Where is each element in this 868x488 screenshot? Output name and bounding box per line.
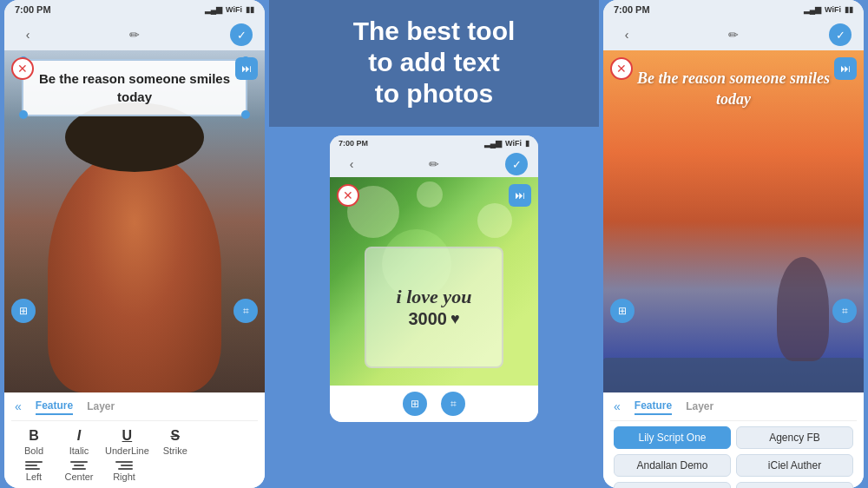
font-bamboo[interactable]: Bamboo bbox=[614, 482, 731, 488]
left-align-row: Left Center Right bbox=[11, 459, 258, 484]
left-crop-button[interactable]: ⌗ bbox=[233, 299, 258, 323]
right-status-bar: 7:00 PM ▂▄▆ WiFi ▮▮ bbox=[603, 0, 864, 19]
center-status-icons: ▂▄▆ WiFi ▮ bbox=[484, 139, 529, 148]
bold-label: Bold bbox=[24, 445, 43, 456]
drag-handle-bottom-right[interactable] bbox=[241, 110, 250, 119]
right-battery-icon: ▮▮ bbox=[845, 5, 853, 14]
right-signal-icon: ▂▄▆ bbox=[804, 5, 821, 14]
right-status-icons: ▂▄▆ WiFi ▮▮ bbox=[804, 5, 853, 14]
bold-icon: B bbox=[29, 428, 39, 444]
font-iciel[interactable]: iCiel Auther bbox=[736, 454, 853, 477]
left-status-icons: ▂▄▆ WiFi ▮▮ bbox=[205, 5, 254, 14]
align-right-button[interactable]: Right bbox=[105, 461, 143, 482]
right-close-button[interactable]: ✕ bbox=[610, 57, 633, 80]
left-layer-tab[interactable]: Layer bbox=[87, 399, 115, 414]
align-left-icon bbox=[25, 461, 43, 470]
align-left-button[interactable]: Left bbox=[15, 461, 53, 482]
font-birthday[interactable]: Birthday Boy bbox=[736, 482, 853, 488]
align-center-label: Center bbox=[64, 472, 93, 482]
right-photo-area: ✕ ⏭ Be the reason someone smiles today ⊞… bbox=[603, 50, 864, 392]
right-bottom-toolbar: « Feature Layer Lily Script One Agency F… bbox=[603, 392, 864, 488]
left-status-bar: 7:00 PM ▂▄▆ WiFi ▮▮ bbox=[4, 0, 265, 19]
right-wifi-icon: WiFi bbox=[825, 5, 841, 14]
hero-text: The best tool to add text to photos bbox=[286, 16, 582, 109]
heart-icon: ♥ bbox=[450, 310, 460, 328]
signal-icon: ▂▄▆ bbox=[205, 5, 222, 14]
center-back-button[interactable]: ‹ bbox=[340, 153, 363, 175]
right-tabs: « Feature Layer bbox=[610, 398, 857, 421]
center-edit-button[interactable]: ✏ bbox=[423, 153, 445, 175]
left-quote-text: Be the reason someone smiles today bbox=[36, 69, 233, 106]
right-layers-button[interactable]: ⊞ bbox=[610, 299, 635, 323]
strike-button[interactable]: S Strike bbox=[156, 428, 194, 456]
right-text-overlay[interactable]: Be the reason someone smiles today bbox=[617, 59, 850, 119]
battery-icon: ▮▮ bbox=[246, 5, 254, 14]
italic-button[interactable]: I Italic bbox=[60, 428, 98, 456]
right-font-grid: Lily Script One Agency FB Andallan Demo … bbox=[610, 421, 857, 488]
right-phone: 7:00 PM ▂▄▆ WiFi ▮▮ ‹ ✏ ✓ ✕ ⏭ Be the rea… bbox=[603, 0, 864, 488]
right-back-button[interactable]: ‹ bbox=[615, 23, 638, 46]
left-photo-area: ✕ ⏭ Be the reason someone smiles today ⊞… bbox=[4, 50, 265, 392]
right-edit-button[interactable]: ✏ bbox=[722, 23, 745, 46]
love-sub: 3000 ♥ bbox=[408, 309, 459, 329]
right-layer-tab[interactable]: Layer bbox=[686, 399, 713, 414]
right-chevron[interactable]: « bbox=[614, 399, 621, 413]
left-bottom-toolbar: « Feature Layer B Bold I Italic U UnderL… bbox=[4, 392, 265, 488]
center-signal-icon: ▂▄▆ bbox=[484, 139, 502, 148]
align-center-icon bbox=[70, 461, 88, 470]
right-confirm-button[interactable]: ✓ bbox=[829, 23, 852, 46]
love-text: i love you bbox=[397, 286, 472, 308]
center-phone: 7:00 PM ▂▄▆ WiFi ▮ ‹ ✏ ✓ ✕ ⏭ bbox=[330, 135, 538, 422]
center-confirm-button[interactable]: ✓ bbox=[505, 153, 528, 175]
left-close-button[interactable]: ✕ bbox=[11, 57, 34, 80]
left-text-overlay[interactable]: Be the reason someone smiles today bbox=[22, 59, 247, 116]
bold-button[interactable]: B Bold bbox=[15, 428, 53, 456]
center-top-bar: ‹ ✏ ✓ bbox=[330, 151, 538, 177]
right-time: 7:00 PM bbox=[614, 4, 650, 15]
align-right-icon bbox=[115, 461, 133, 470]
love-art-overlay[interactable]: i love you 3000 ♥ bbox=[365, 247, 503, 368]
strike-icon: S bbox=[170, 428, 180, 444]
right-feature-tab[interactable]: Feature bbox=[635, 398, 672, 415]
left-time: 7:00 PM bbox=[15, 4, 51, 15]
bokeh-4 bbox=[417, 181, 443, 208]
italic-label: Italic bbox=[69, 445, 89, 456]
center-bottom-bar: ⊞ ⌗ bbox=[330, 386, 538, 422]
wifi-icon: WiFi bbox=[226, 5, 242, 14]
font-andallan[interactable]: Andallan Demo bbox=[614, 454, 731, 477]
center-crop-button[interactable]: ⌗ bbox=[441, 392, 465, 416]
right-top-toolbar: ‹ ✏ ✓ bbox=[603, 19, 864, 50]
center-close-button[interactable]: ✕ bbox=[337, 184, 359, 207]
center-battery-icon: ▮ bbox=[525, 139, 529, 148]
underline-label: UnderLine bbox=[105, 445, 149, 456]
hero-block: The best tool to add text to photos bbox=[269, 0, 599, 127]
left-edit-button[interactable]: ✏ bbox=[123, 23, 146, 46]
center-photo-area: ✕ ⏭ i love you 3000 ♥ bbox=[330, 177, 538, 386]
align-center-button[interactable]: Center bbox=[60, 461, 98, 482]
dancer-silhouette bbox=[777, 257, 829, 361]
left-tabs: « Feature Layer bbox=[11, 398, 258, 421]
center-time: 7:00 PM bbox=[339, 139, 368, 148]
align-right-label: Right bbox=[113, 472, 135, 482]
left-layers-button[interactable]: ⊞ bbox=[11, 299, 36, 323]
align-left-label: Left bbox=[26, 472, 42, 482]
right-next-button[interactable]: ⏭ bbox=[834, 57, 857, 80]
underline-button[interactable]: U UnderLine bbox=[105, 428, 149, 456]
drag-handle-bottom-left[interactable] bbox=[19, 110, 28, 119]
font-agency-fb[interactable]: Agency FB bbox=[736, 426, 853, 449]
left-chevron[interactable]: « bbox=[15, 399, 22, 413]
left-phone: 7:00 PM ▂▄▆ WiFi ▮▮ ‹ ✏ ✓ ✕ ⏭ Be the rea… bbox=[4, 0, 265, 488]
left-feature-tab[interactable]: Feature bbox=[36, 398, 73, 415]
right-crop-button[interactable]: ⌗ bbox=[832, 299, 857, 323]
left-format-row: B Bold I Italic U UnderLine S Strike bbox=[11, 421, 258, 459]
center-next-button[interactable]: ⏭ bbox=[509, 184, 531, 207]
left-next-button[interactable]: ⏭ bbox=[235, 57, 258, 80]
center-wifi-icon: WiFi bbox=[505, 139, 522, 148]
pier-bg bbox=[603, 358, 864, 392]
left-confirm-button[interactable]: ✓ bbox=[230, 23, 253, 46]
center-layers-button[interactable]: ⊞ bbox=[403, 392, 427, 416]
left-back-button[interactable]: ‹ bbox=[16, 23, 39, 46]
bokeh-2 bbox=[477, 203, 512, 238]
center-status-bar: 7:00 PM ▂▄▆ WiFi ▮ bbox=[330, 135, 538, 151]
font-lily-script[interactable]: Lily Script One bbox=[614, 426, 731, 449]
